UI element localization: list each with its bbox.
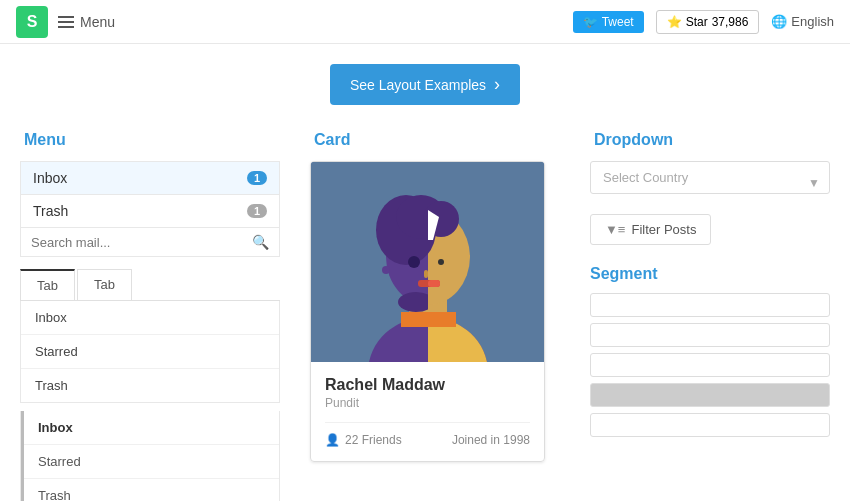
star-icon: ⭐ [667,15,682,29]
globe-icon: 🌐 [771,14,787,29]
svg-point-14 [408,256,420,268]
profile-card: Rachel Maddaw Pundit 👤 22 Friends Joined… [310,161,545,462]
segment-bar-4 [590,383,830,407]
list-section-2: Inbox Starred Trash [20,411,280,501]
card-name: Rachel Maddaw [325,376,530,394]
svg-rect-18 [428,280,440,287]
card-joined: Joined in 1998 [452,433,530,447]
card-info: Rachel Maddaw Pundit 👤 22 Friends Joined… [311,362,544,461]
person-illustration [311,162,545,362]
card-panel: Card [280,121,590,501]
list-item-starred[interactable]: Starred [21,335,279,369]
logo: S [16,6,48,38]
main-content: Menu Inbox 1 Trash 1 🔍 Tab Tab Inbox Sta… [0,121,850,501]
chevron-right-icon [494,74,500,95]
card-image [311,162,545,362]
nav-left: S Menu [16,6,115,38]
star-count: 37,986 [712,15,749,29]
list-item-inbox[interactable]: Inbox [21,301,279,335]
list2-item-inbox[interactable]: Inbox [21,411,279,445]
language-button[interactable]: 🌐 English [771,14,834,29]
banner: See Layout Examples [0,44,850,121]
nav-right: 🐦 Tweet ⭐ Star 37,986 🌐 English [573,10,834,34]
tweet-button[interactable]: 🐦 Tweet [573,11,644,33]
left-divider [21,411,24,501]
menu-toggle-button[interactable]: Menu [58,14,115,30]
svg-rect-7 [401,312,456,327]
filter-icon: ▼≡ [605,222,625,237]
svg-point-15 [438,259,444,265]
twitter-icon: 🐦 [583,15,598,29]
search-input[interactable] [31,235,252,250]
see-layout-button[interactable]: See Layout Examples [330,64,520,105]
segment-bar-2 [590,323,830,347]
inbox-badge: 1 [247,171,267,185]
svg-point-19 [382,266,390,274]
star-button[interactable]: ⭐ Star 37,986 [656,10,760,34]
svg-rect-16 [424,270,428,278]
search-icon: 🔍 [252,234,269,250]
dropdown-section-title: Dropdown [590,131,830,149]
segment-bar-3 [590,353,830,377]
country-dropdown[interactable]: Select Country United States United King… [590,161,830,194]
card-footer: 👤 22 Friends Joined in 1998 [325,422,530,447]
card-friends: 👤 22 Friends [325,433,402,447]
segment-bar-1 [590,293,830,317]
segment-section-title: Segment [590,265,830,283]
menu-toggle-label: Menu [80,14,115,30]
tab-1[interactable]: Tab [20,269,75,300]
tab-2[interactable]: Tab [77,269,132,300]
card-section-title: Card [310,131,560,149]
trash-badge: 1 [247,204,267,218]
search-box[interactable]: 🔍 [20,227,280,257]
top-navigation: S Menu 🐦 Tweet ⭐ Star 37,986 🌐 English [0,0,850,44]
list2-item-starred[interactable]: Starred [21,445,279,479]
hamburger-icon [58,16,74,28]
menu-section-title: Menu [20,131,280,149]
list-item-trash[interactable]: Trash [21,369,279,402]
list2-item-trash[interactable]: Trash [21,479,279,501]
segment-bar-5 [590,413,830,437]
country-dropdown-wrapper: Select Country United States United King… [590,161,830,204]
list-section-1: Inbox Starred Trash [20,301,280,403]
filter-posts-button[interactable]: ▼≡ Filter Posts [590,214,711,245]
people-icon: 👤 [325,433,340,447]
trash-item[interactable]: Trash 1 [20,194,280,228]
tabs-row: Tab Tab [20,269,280,301]
inbox-item[interactable]: Inbox 1 [20,161,280,195]
left-panel: Menu Inbox 1 Trash 1 🔍 Tab Tab Inbox Sta… [20,121,280,501]
card-role: Pundit [325,396,530,410]
right-panel: Dropdown Select Country United States Un… [590,121,830,501]
